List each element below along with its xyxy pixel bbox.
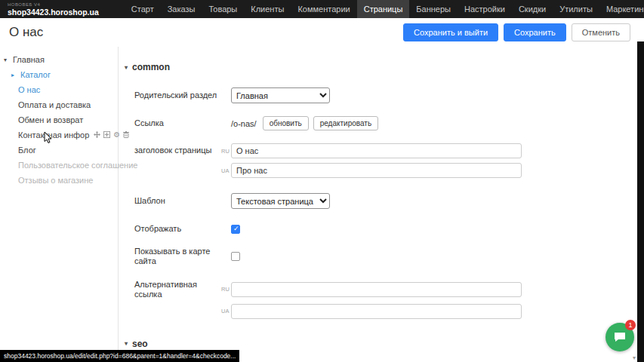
section-common-label: common xyxy=(132,62,170,72)
delete-trash-icon[interactable] xyxy=(123,131,129,140)
link-value: /o-nas/ xyxy=(231,119,257,128)
main-menu: Старт Заказы Товары Клиенты Комментарии … xyxy=(125,0,644,18)
page-header: О нас Сохранить и выйти Сохранить Отмени… xyxy=(0,18,644,47)
vertical-scrollbar[interactable] xyxy=(637,41,644,362)
link-edit-button[interactable]: редактировать xyxy=(313,116,378,130)
brand-domain: shop34423.horoshop.ua xyxy=(8,8,99,17)
header-buttons: Сохранить и выйти Сохранить Отменить xyxy=(403,23,635,41)
tree-item-label: Контактная инфор xyxy=(18,130,89,140)
section-seo[interactable]: ▾ seo xyxy=(125,339,637,349)
section-collapse-icon: ▾ xyxy=(125,64,128,71)
pages-tree-sidebar: ▾ Главная ▸ Каталог О нас Оплата и доста… xyxy=(0,47,119,362)
parent-section-label: Родительский раздел xyxy=(125,90,221,100)
tree-item-actions: ⚙ xyxy=(94,131,129,140)
tree-item-payment-delivery[interactable]: Оплата и доставка xyxy=(0,97,118,112)
menu-banners[interactable]: Баннеры xyxy=(409,0,458,18)
chat-bubble-icon xyxy=(613,330,627,344)
page-title-ru-input[interactable] xyxy=(231,143,522,158)
template-select[interactable]: Текстовая страница xyxy=(231,193,330,209)
alt-link-ua-row: UA xyxy=(125,304,637,319)
tree-item-label: Каталог xyxy=(20,70,51,79)
cancel-button[interactable]: Отменить xyxy=(572,23,630,41)
tree-item-about-selected[interactable]: О нас xyxy=(0,82,118,97)
tree-item-label: Оплата и доставка xyxy=(18,100,91,109)
tree-item-catalog[interactable]: ▸ Каталог xyxy=(0,67,118,82)
tree-item-label: Блог xyxy=(18,146,36,155)
link-label: Ссылка xyxy=(125,118,221,128)
alt-link-ua-input[interactable] xyxy=(231,304,522,319)
alt-link-ru-input[interactable] xyxy=(231,282,522,297)
alt-link-label: Альтернативная ссылка xyxy=(125,280,221,299)
menu-pages[interactable]: Страницы xyxy=(357,0,410,18)
move-icon[interactable] xyxy=(94,131,100,140)
chat-unread-badge: 1 xyxy=(625,320,636,330)
lang-ru-badge: RU xyxy=(221,148,231,155)
expand-caret-icon[interactable]: ▸ xyxy=(11,72,17,78)
page-title: О нас xyxy=(9,25,43,40)
menu-products[interactable]: Товары xyxy=(202,0,244,18)
tree-item-home[interactable]: ▾ Главная xyxy=(0,52,118,67)
sitemap-checkbox[interactable] xyxy=(231,252,240,261)
lang-ru-badge: RU xyxy=(221,286,231,293)
alt-link-ru-row: Альтернативная ссылка RU xyxy=(125,280,637,299)
menu-settings[interactable]: Настройки xyxy=(458,0,512,18)
menu-clients[interactable]: Клиенты xyxy=(244,0,291,18)
link-row: Ссылка /o-nas/ обновить редактировать xyxy=(125,116,637,130)
tree-item-exchange-return[interactable]: Обмен и возврат xyxy=(0,112,118,127)
display-row: Отображать xyxy=(125,224,637,234)
save-button[interactable]: Сохранить xyxy=(504,23,566,41)
save-and-exit-button[interactable]: Сохранить и выйти xyxy=(403,23,498,41)
template-label: Шаблон xyxy=(125,196,221,206)
menu-marketing[interactable]: Маркетинг xyxy=(599,0,644,18)
section-seo-label: seo xyxy=(132,339,148,349)
link-refresh-button[interactable]: обновить xyxy=(263,116,309,130)
sitemap-label: Показывать в карте сайта xyxy=(125,247,221,266)
chat-widget-button[interactable]: 1 xyxy=(605,323,634,351)
tree-item-user-agreement[interactable]: Пользовательское соглашение xyxy=(0,158,118,173)
display-label: Отображать xyxy=(125,224,221,234)
sitemap-row: Показывать в карте сайта xyxy=(125,247,637,266)
collapse-caret-icon[interactable]: ▾ xyxy=(4,57,10,63)
tree-item-label: Обмен и возврат xyxy=(18,115,83,124)
page-title-ua-input[interactable] xyxy=(231,163,522,178)
brand-version: НОВОВЕБ V4 xyxy=(8,2,99,7)
tree-item-contact-info[interactable]: Контактная инфор ⚙ xyxy=(0,127,118,143)
menu-orders[interactable]: Заказы xyxy=(161,0,202,18)
display-checkbox[interactable] xyxy=(231,225,240,234)
template-row: Шаблон Текстовая страница xyxy=(125,193,637,209)
settings-gear-icon[interactable]: ⚙ xyxy=(113,131,120,139)
scroll-down-arrow-icon[interactable]: ▾ xyxy=(633,354,636,361)
page-edit-form: ▾ common Родительский раздел Главная Ссы… xyxy=(119,47,637,362)
page-title-label: заголовок страницы xyxy=(125,146,221,155)
menu-comments[interactable]: Комментарии xyxy=(291,0,356,18)
menu-start[interactable]: Старт xyxy=(125,0,161,18)
parent-section-select[interactable]: Главная xyxy=(231,87,330,103)
tree-item-blog[interactable]: Блог xyxy=(0,143,118,158)
topbar: НОВОВЕБ V4 shop34423.horoshop.ua Старт З… xyxy=(0,0,644,18)
page-title-ua-row: UA xyxy=(125,163,637,178)
section-common[interactable]: ▾ common xyxy=(125,62,637,72)
brand[interactable]: НОВОВЕБ V4 shop34423.horoshop.ua xyxy=(0,0,106,18)
section-collapse-icon: ▾ xyxy=(125,340,128,347)
tree-item-label: Отзывы о магазине xyxy=(18,176,93,185)
tree-item-label: Пользовательское соглашение xyxy=(18,161,137,170)
menu-discounts[interactable]: Скидки xyxy=(512,0,553,18)
parent-section-row: Родительский раздел Главная xyxy=(125,87,637,103)
lang-ua-badge: UA xyxy=(221,167,231,174)
lang-ua-badge: UA xyxy=(221,308,231,314)
menu-utilities[interactable]: Утилиты xyxy=(553,0,599,18)
tree-item-store-reviews[interactable]: Отзывы о магазине xyxy=(0,173,118,188)
status-url-bar: shop34423.horoshop.ua/edit/edit.php?id=6… xyxy=(0,350,239,362)
add-page-icon[interactable] xyxy=(103,131,110,140)
page-title-ru-row: заголовок страницы RU xyxy=(125,143,637,158)
tree-item-label: Главная xyxy=(13,55,45,64)
tree-item-label: О нас xyxy=(18,85,40,94)
